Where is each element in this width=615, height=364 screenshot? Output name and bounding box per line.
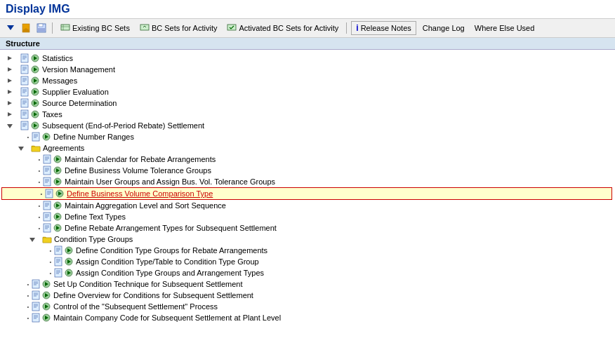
execute-icon [30, 109, 40, 119]
bullet: • [25, 315, 31, 321]
tree-item[interactable]: Messages [0, 75, 615, 86]
node-icons [42, 212, 62, 222]
change-log-label: Change Log [423, 24, 465, 32]
bookmark-icon[interactable] [20, 22, 32, 34]
leaf-spacer [39, 269, 48, 277]
execute-icon [53, 177, 62, 187]
node-icons [31, 279, 51, 289]
tree-item[interactable]: • Define Rebate Arrangement Types for Su… [0, 222, 615, 234]
tree-item[interactable]: • Maintain Company Code for Subsequent S… [0, 312, 615, 323]
bullet: • [37, 168, 42, 174]
bc-sets-icon [60, 23, 70, 34]
expand-icon[interactable] [6, 76, 14, 85]
change-log-button[interactable]: Change Log [419, 22, 468, 34]
tree-item[interactable]: • Control of the "Subsequent Settlement"… [0, 301, 615, 312]
expand-icon[interactable] [6, 88, 14, 96]
item-label: Define Number Ranges [53, 133, 134, 141]
bullet: • [37, 203, 42, 209]
page-icon [20, 109, 29, 119]
leaf-spacer [17, 291, 25, 299]
bullet: • [37, 225, 42, 231]
node-icons [42, 201, 62, 210]
tree-item[interactable]: Agreements [0, 142, 615, 154]
expand-icon[interactable] [6, 110, 14, 119]
item-label: Messages [42, 76, 77, 85]
leaf-spacer [39, 257, 48, 266]
svg-rect-25 [21, 76, 28, 85]
tree-item[interactable]: Supplier Evaluation [0, 86, 615, 97]
execute-icon [30, 87, 40, 97]
folder-icon [42, 234, 52, 244]
expand-icon[interactable] [6, 54, 14, 62]
collapse-icon[interactable] [28, 235, 37, 243]
page-icon [20, 121, 29, 130]
tree-container[interactable]: Statistics Version Management Messages S… [0, 50, 615, 356]
svg-rect-59 [32, 133, 39, 141]
release-notes-button[interactable]: i Release Notes [351, 21, 416, 35]
expand-icon[interactable] [6, 65, 14, 74]
tree-item[interactable]: Version Management [0, 64, 615, 75]
node-icons [31, 132, 51, 142]
tree-item[interactable]: • Define Business Volume Comparison Type [1, 187, 612, 200]
execute-icon [30, 65, 40, 74]
tree-item[interactable]: Statistics [0, 53, 615, 64]
save-icon[interactable] [35, 22, 48, 34]
node-icons [20, 121, 40, 130]
svg-rect-72 [44, 166, 51, 175]
execute-icon [53, 212, 62, 222]
tree-item[interactable]: Source Determination [0, 97, 615, 109]
bullet: • [25, 292, 31, 299]
tree-item[interactable]: Subsequent (End-of-Period Rebate) Settle… [0, 120, 615, 131]
page-icon [42, 212, 52, 222]
item-label: Define Overview for Conditions for Subse… [53, 291, 253, 299]
activated-icon [227, 23, 237, 34]
svg-rect-139 [32, 302, 39, 311]
tree-item[interactable]: • Maintain Aggregation Level and Sort Se… [0, 200, 615, 211]
page-icon [42, 177, 52, 187]
tree-item[interactable]: • Assign Condition Type Groups and Arran… [0, 267, 615, 278]
expand-icon[interactable] [6, 99, 14, 107]
node-icons [42, 234, 52, 244]
bc-activity-icon [140, 23, 150, 34]
tree-item[interactable]: Taxes [0, 109, 615, 120]
svg-rect-109 [55, 246, 62, 255]
node-icons [31, 143, 41, 153]
tree-item[interactable]: • Assign Condition Type/Table to Conditi… [0, 256, 615, 267]
svg-rect-8 [140, 25, 149, 30]
collapse-icon[interactable] [6, 121, 14, 130]
tree-item[interactable]: • Define Business Volume Tolerance Group… [0, 165, 615, 176]
collapse-icon[interactable] [17, 144, 25, 152]
bc-sets-activity-button[interactable]: BC Sets for Activity [136, 22, 221, 35]
svg-marker-31 [8, 90, 12, 94]
svg-rect-145 [32, 314, 39, 322]
leaf-spacer [28, 177, 37, 186]
node-icons [53, 268, 74, 278]
activated-bc-sets-button[interactable]: Activated BC Sets for Activity [223, 22, 342, 35]
tree-item[interactable]: Condition Type Groups [0, 234, 615, 245]
existing-bc-sets-button[interactable]: Existing BC Sets [57, 22, 133, 35]
dropdown-icon[interactable] [4, 22, 17, 34]
svg-rect-11 [21, 54, 28, 62]
execute-icon [41, 290, 51, 300]
execute-icon [64, 257, 74, 267]
page-icon [53, 257, 63, 267]
tree-item[interactable]: • Define Condition Type Groups for Rebat… [0, 245, 615, 256]
bullet: • [39, 191, 44, 197]
where-else-used-button[interactable]: Where Else Used [471, 22, 538, 34]
tree-item[interactable]: • Define Text Types [0, 211, 615, 222]
tree-item[interactable]: • Define Number Ranges [0, 131, 615, 142]
page-icon [44, 189, 54, 198]
tree-item[interactable]: • Maintain User Groups and Assign Bus. V… [0, 176, 615, 187]
leaf-spacer [17, 302, 25, 311]
svg-rect-32 [21, 88, 28, 96]
tree-item[interactable]: • Set Up Condition Technique for Subsequ… [0, 278, 615, 290]
execute-icon [64, 268, 74, 278]
execute-icon [41, 279, 51, 289]
node-icons [20, 98, 40, 108]
tree-item[interactable]: • Maintain Calendar for Rebate Arrangeme… [0, 154, 615, 165]
execute-icon [53, 223, 62, 233]
execute-icon [30, 98, 40, 108]
tree-item[interactable]: • Define Overview for Conditions for Sub… [0, 290, 615, 301]
item-label: Supplier Evaluation [42, 88, 109, 96]
node-icons [20, 65, 40, 74]
